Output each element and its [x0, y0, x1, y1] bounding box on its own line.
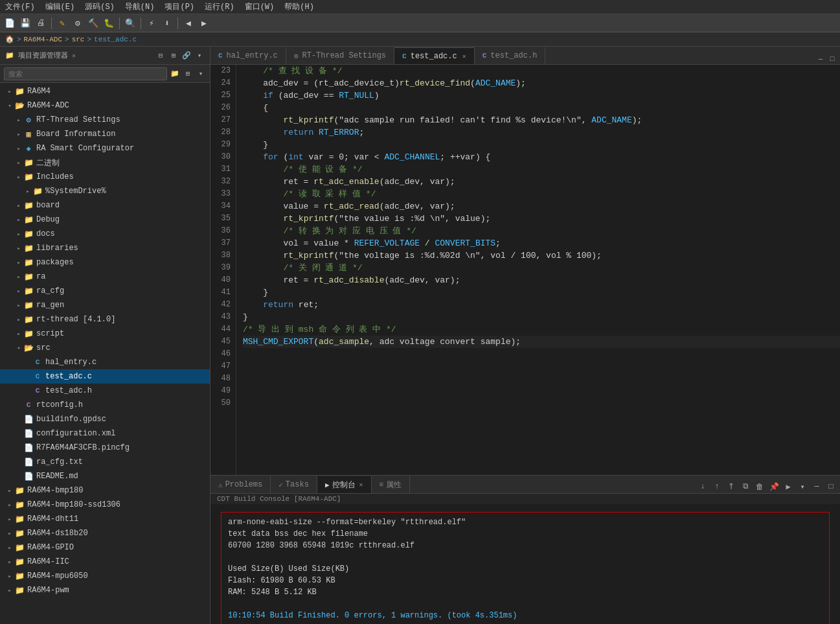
- flash-btn[interactable]: ⚡: [144, 16, 159, 30]
- tree-item-RA6M4-mpu6050[interactable]: ▸📁RA6M4-mpu6050: [0, 569, 210, 583]
- tree-item-hal-entry-c[interactable]: Chal_entry.c: [0, 355, 210, 369]
- code-line-26: {: [243, 102, 840, 114]
- menu-navigate[interactable]: 导航(N): [125, 1, 155, 12]
- console-clear-btn[interactable]: 🗑: [753, 480, 766, 493]
- tree-item-Debug[interactable]: ▸📁Debug: [0, 213, 210, 227]
- tree-item-libraries[interactable]: ▸📁libraries: [0, 241, 210, 255]
- tree-item-packages[interactable]: ▸📁packages: [0, 255, 210, 270]
- tab-rt-settings[interactable]: ⚙ RT-Thread Settings: [286, 47, 394, 64]
- menu-project[interactable]: 项目(P): [165, 1, 194, 12]
- tree-item-RA6M4-bmp180[interactable]: ▸📁RA6M4-bmp180: [0, 483, 210, 498]
- console-top-btn[interactable]: ⤒: [725, 480, 738, 493]
- tree-item-board[interactable]: ▸📁board: [0, 198, 210, 213]
- tab-hal-entry[interactable]: C hal_entry.c: [210, 47, 286, 64]
- forward-btn[interactable]: ▶: [197, 16, 211, 30]
- tree-item-Board-Information[interactable]: ▸▦Board Information: [0, 127, 210, 141]
- new-folder-btn[interactable]: 📁: [170, 69, 180, 79]
- tree-item-RA6M4[interactable]: ▸📁RA6M4: [0, 84, 210, 98]
- minimize-editor-btn[interactable]: —: [815, 54, 826, 64]
- file-tree: ▸📁RA6M4▾📂RA6M4-ADC▸⚙RT-Thread Settings▸▦…: [0, 83, 210, 624]
- tree-item-test-adc-h[interactable]: Ctest_adc.h: [0, 384, 210, 398]
- code-line-36: /* 转 换 为 对 应 电 压 值 */: [243, 225, 840, 237]
- print-btn[interactable]: 🖨: [34, 16, 48, 30]
- tree-item-ra-gen[interactable]: ▸📁ra_gen: [0, 298, 210, 312]
- sidebar-view-btn[interactable]: ▾: [196, 69, 206, 79]
- tree-label-11: libraries: [36, 244, 78, 253]
- settings-btn[interactable]: ⚙: [71, 16, 85, 30]
- tree-item-RT-Thread-Settings[interactable]: ▸⚙RT-Thread Settings: [0, 113, 210, 127]
- console-settings-btn[interactable]: ▾: [796, 480, 809, 493]
- expand-btn[interactable]: ⊞: [168, 51, 179, 61]
- breadcrumb-file[interactable]: test_adc.c: [94, 36, 137, 43]
- maximize-editor-btn[interactable]: □: [827, 54, 837, 64]
- back-btn[interactable]: ◀: [181, 16, 196, 30]
- tree-item-docs[interactable]: ▸📁docs: [0, 227, 210, 241]
- tree-item-Includes[interactable]: ▸📁Includes: [0, 170, 210, 184]
- tree-label-27: README.md: [36, 472, 78, 481]
- tree-item-buildinfo-gpdsc[interactable]: 📄buildinfo.gpdsc: [0, 412, 210, 426]
- console-line-2: 60700 1280 3968 65948 1019c rtthread.elf: [228, 540, 823, 551]
- tree-item-RA6M4-ADC[interactable]: ▾📂RA6M4-ADC: [0, 98, 210, 113]
- debug-btn[interactable]: 🐛: [102, 16, 116, 30]
- console-pin-btn[interactable]: 📌: [767, 480, 780, 493]
- tab-c-icon-3: C: [402, 52, 407, 60]
- menu-run[interactable]: 运行(R): [205, 1, 234, 12]
- tree-item-rtconfig-h[interactable]: Crtconfig.h: [0, 398, 210, 412]
- tree-item-RA6M4-pwm[interactable]: ▸📁RA6M4-pwm: [0, 583, 210, 597]
- tab-test-adc-c[interactable]: C test_adc.c ✕: [394, 47, 475, 64]
- sidebar-menu-btn[interactable]: ▾: [194, 51, 205, 61]
- menu-source[interactable]: 源码(S): [85, 1, 115, 12]
- tree-item-configuration-xml[interactable]: 📄configuration.xml: [0, 426, 210, 441]
- tree-item-script[interactable]: ▸📁script: [0, 327, 210, 341]
- console-copy-btn[interactable]: ⧉: [739, 480, 752, 493]
- console-min-btn[interactable]: —: [810, 480, 823, 493]
- console-max-btn[interactable]: □: [824, 480, 837, 493]
- tab-console[interactable]: ▶ 控制台 ✕: [317, 476, 372, 493]
- edit-btn[interactable]: ✎: [55, 16, 69, 30]
- tab-close-3[interactable]: ✕: [462, 52, 466, 60]
- menu-window[interactable]: 窗口(W): [245, 1, 275, 12]
- build-btn[interactable]: 🔨: [86, 16, 100, 30]
- console-down-btn[interactable]: ↓: [696, 480, 709, 493]
- tree-item----[interactable]: ▸📁二进制: [0, 156, 210, 170]
- tree-item-RA6M4-ds18b20[interactable]: ▸📁RA6M4-ds18b20: [0, 526, 210, 540]
- search-btn[interactable]: 🔍: [123, 16, 137, 30]
- console-up-btn[interactable]: ↑: [710, 480, 723, 493]
- tree-item-ra-cfg-txt[interactable]: 📄ra_cfg.txt: [0, 455, 210, 469]
- save-btn[interactable]: 💾: [18, 16, 32, 30]
- breadcrumb-sep2: >: [65, 36, 69, 43]
- tree-item-RA6M4-dht11[interactable]: ▸📁RA6M4-dht11: [0, 512, 210, 526]
- tab-label-2: RT-Thread Settings: [302, 51, 386, 60]
- tree-item-src[interactable]: ▾📂src: [0, 341, 210, 355]
- breadcrumb-project[interactable]: RA6M4-ADC: [24, 36, 62, 43]
- tree-item-RA6M4-bmp180-ssd1306[interactable]: ▸📁RA6M4-bmp180-ssd1306: [0, 498, 210, 512]
- tree-item-rt-thread--4-1-0-[interactable]: ▸📁rt-thread [4.1.0]: [0, 312, 210, 327]
- search-input[interactable]: [4, 67, 167, 80]
- tree-item--SystemDrive-[interactable]: ▸📁%SystemDrive%: [0, 184, 210, 198]
- menu-file[interactable]: 文件(F): [5, 1, 35, 12]
- tab-properties[interactable]: ≡ 属性: [372, 476, 411, 493]
- link-btn[interactable]: 🔗: [181, 51, 192, 61]
- tab-tasks[interactable]: ✓ Tasks: [271, 476, 317, 493]
- tree-item-RA-Smart-Configurator[interactable]: ▸◈RA Smart Configurator: [0, 141, 210, 156]
- tab-problems[interactable]: ⚠ Problems: [210, 476, 271, 493]
- breadcrumb-src[interactable]: src: [72, 36, 85, 43]
- tree-item-ra-cfg[interactable]: ▸📁ra_cfg: [0, 284, 210, 298]
- build-output-box: arm-none-eabi-size --format=berkeley "rt…: [221, 512, 830, 624]
- new-btn[interactable]: 📄: [3, 16, 17, 30]
- tree-item-RA6M4-IIC[interactable]: ▸📁RA6M4-IIC: [0, 555, 210, 569]
- tree-item-ra[interactable]: ▸📁ra: [0, 270, 210, 284]
- collapse-all-btn[interactable]: ⊞: [183, 69, 193, 79]
- tree-label-15: ra_gen: [36, 301, 64, 310]
- tab-test-adc-h[interactable]: C test_adc.h: [475, 47, 546, 64]
- menu-help[interactable]: 帮助(H): [284, 1, 314, 12]
- tree-item-README-md[interactable]: 📄README.md: [0, 469, 210, 483]
- menu-edit[interactable]: 编辑(E): [45, 1, 75, 12]
- console-terminal-btn[interactable]: ▶: [782, 480, 795, 493]
- collapse-btn[interactable]: ⊟: [155, 51, 166, 61]
- download-btn[interactable]: ⬇: [160, 16, 174, 30]
- tree-item-test-adc-c[interactable]: Ctest_adc.c: [0, 369, 210, 384]
- tree-item-R7FA6M4AF3CFB-pincfg[interactable]: 📄R7FA6M4AF3CFB.pincfg: [0, 441, 210, 455]
- code-lines[interactable]: /* 查 找 设 备 */ adc_dev = (rt_adc_device_t…: [236, 65, 840, 475]
- tree-item-RA6M4-GPIO[interactable]: ▸📁RA6M4-GPIO: [0, 540, 210, 555]
